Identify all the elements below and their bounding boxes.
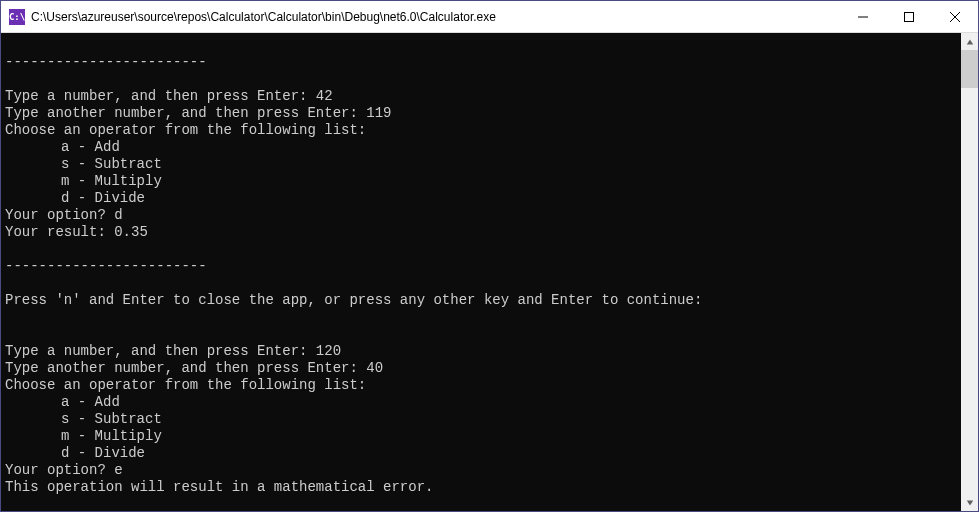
- svg-marker-5: [966, 500, 972, 505]
- operator-option-subtract: s - Subtract: [61, 411, 162, 428]
- minimize-button[interactable]: [840, 1, 886, 32]
- console-area: ------------------------ Type a number, …: [1, 33, 978, 511]
- scroll-thumb[interactable]: [961, 50, 978, 88]
- choose-operator-line: Choose an operator from the following li…: [5, 122, 366, 138]
- operator-option-add: a - Add: [61, 394, 120, 411]
- svg-marker-4: [966, 39, 972, 44]
- vertical-scrollbar[interactable]: [961, 33, 978, 511]
- operator-option-multiply: m - Multiply: [61, 173, 162, 190]
- scroll-up-button[interactable]: [961, 33, 978, 50]
- window-titlebar: C:\ C:\Users\azureuser\source\repos\Calc…: [1, 1, 978, 33]
- prompt-number-1: Type a number, and then press Enter:: [5, 343, 316, 359]
- svg-rect-1: [905, 12, 914, 21]
- option-prompt: Your option?: [5, 462, 114, 478]
- operator-option-subtract: s - Subtract: [61, 156, 162, 173]
- separator-line: ------------------------: [5, 258, 207, 274]
- option-value: e: [114, 462, 122, 478]
- input-value-2: 119: [366, 105, 391, 121]
- app-icon: C:\: [9, 9, 25, 25]
- option-value: d: [114, 207, 122, 223]
- error-line: This operation will result in a mathemat…: [5, 479, 433, 495]
- option-prompt: Your option?: [5, 207, 114, 223]
- console-output[interactable]: ------------------------ Type a number, …: [1, 33, 961, 511]
- maximize-button[interactable]: [886, 1, 932, 32]
- prompt-number-2: Type another number, and then press Ente…: [5, 360, 366, 376]
- result-value: 0.35: [114, 224, 148, 240]
- prompt-number-1: Type a number, and then press Enter:: [5, 88, 316, 104]
- operator-option-divide: d - Divide: [61, 190, 145, 207]
- input-value-2: 40: [366, 360, 383, 376]
- operator-option-add: a - Add: [61, 139, 120, 156]
- input-value-1: 42: [316, 88, 333, 104]
- choose-operator-line: Choose an operator from the following li…: [5, 377, 366, 393]
- operator-option-divide: d - Divide: [61, 445, 145, 462]
- close-button[interactable]: [932, 1, 978, 32]
- separator-line: ------------------------: [5, 54, 207, 70]
- operator-option-multiply: m - Multiply: [61, 428, 162, 445]
- input-value-1: 120: [316, 343, 341, 359]
- prompt-number-2: Type another number, and then press Ente…: [5, 105, 366, 121]
- continue-prompt: Press 'n' and Enter to close the app, or…: [5, 292, 711, 308]
- scroll-down-button[interactable]: [961, 494, 978, 511]
- window-title: C:\Users\azureuser\source\repos\Calculat…: [31, 10, 840, 24]
- result-label: Your result:: [5, 224, 114, 240]
- window-controls: [840, 1, 978, 32]
